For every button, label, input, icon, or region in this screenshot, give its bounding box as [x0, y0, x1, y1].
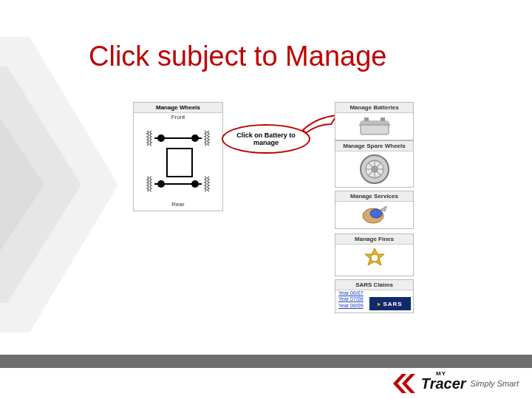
svg-marker-24 — [402, 374, 415, 393]
panel-manage-wheels[interactable]: Manage Wheels Front Rear — [133, 102, 223, 211]
content-area: Manage Wheels Front Rear Click — [126, 96, 421, 347]
card-services-header: Manage Services — [335, 191, 413, 202]
sars-logo: ▸SARS — [369, 297, 411, 310]
brand-name: Tracer — [421, 375, 466, 392]
bg-chevron-decor — [0, 37, 133, 332]
panel-wheels-header: Manage Wheels — [134, 103, 222, 113]
card-sars-header: SARS Claims — [335, 280, 413, 290]
services-icon — [335, 202, 413, 228]
svg-point-22 — [371, 254, 378, 262]
card-spare-header: Manage Spare Wheels — [335, 141, 413, 151]
svg-marker-2 — [0, 96, 44, 273]
svg-point-20 — [370, 209, 382, 218]
panel-wheels-rear-label: Rear — [134, 200, 222, 211]
card-fines-header: Manage Fines — [335, 234, 413, 245]
svg-rect-6 — [381, 117, 385, 121]
card-manage-spare-wheels[interactable]: Manage Spare Wheels — [335, 140, 414, 188]
wheel-diagram — [141, 124, 215, 198]
wheel-icon — [335, 151, 413, 187]
card-batteries-header: Manage Batteries — [335, 103, 413, 113]
brand-block: Tracer Simply Smart — [392, 372, 519, 395]
card-manage-services[interactable]: Manage Services — [335, 191, 414, 229]
card-manage-batteries[interactable]: Manage Batteries — [335, 102, 414, 140]
sars-link-0[interactable]: Year 06/07 — [338, 290, 413, 296]
callout-battery: Click on Battery to manage — [222, 118, 332, 160]
card-manage-fines[interactable]: Manage Fines — [335, 233, 414, 276]
slide-title: Click subject to Manage — [89, 41, 386, 72]
footer-bar — [0, 355, 532, 368]
slide-stage: Click subject to Manage Manage Wheels Fr… — [0, 0, 532, 399]
svg-rect-5 — [364, 117, 369, 121]
callout-text: Click on Battery to manage — [222, 124, 310, 154]
card-sars-claims[interactable]: SARS Claims Year 06/07 Year 07/08 Year 0… — [335, 279, 414, 313]
panel-wheels-front-label: Front — [134, 113, 222, 123]
battery-icon — [335, 113, 413, 140]
svg-marker-1 — [0, 66, 81, 303]
brand-tagline: Simply Smart — [471, 379, 519, 388]
brand-chevron-icon — [392, 372, 417, 395]
svg-rect-7 — [359, 124, 390, 126]
badge-icon — [335, 245, 413, 276]
svg-marker-0 — [0, 37, 118, 332]
